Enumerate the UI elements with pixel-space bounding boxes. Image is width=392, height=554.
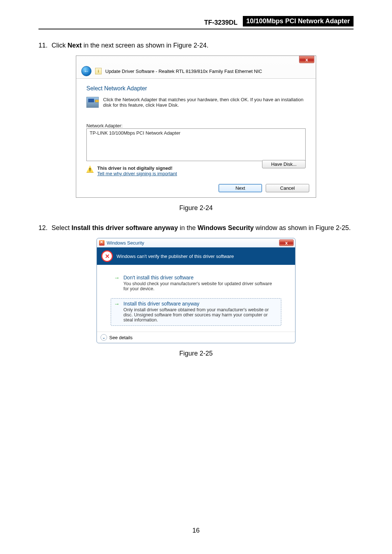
- arrow-right-icon: →: [114, 301, 120, 307]
- choice-dont-install[interactable]: → Don't install this driver software You…: [111, 272, 281, 295]
- driver-signing-link[interactable]: Tell me why driver signing is important: [97, 171, 177, 176]
- update-driver-dialog: x ← i Update Driver Software - Realtek R…: [76, 56, 316, 198]
- choices: → Don't install this driver software You…: [97, 265, 295, 332]
- back-button[interactable]: ←: [81, 66, 91, 76]
- step-number: 12.: [38, 221, 52, 234]
- close-button[interactable]: x: [279, 239, 294, 246]
- step-text: Click Next in the next screen as shown i…: [52, 39, 354, 52]
- close-icon: x: [305, 57, 308, 62]
- next-button[interactable]: Next: [219, 184, 262, 192]
- choice-subtext: Only install driver software obtained fr…: [123, 307, 278, 323]
- dialog-titlebar: Windows Security x: [97, 238, 295, 247]
- network-adapter-listbox[interactable]: TP-LINK 10/100Mbps PCI Network Adapter: [86, 128, 306, 161]
- choice-title: Don't install this driver software: [123, 275, 278, 280]
- error-circle-icon: ✕: [101, 250, 113, 262]
- dialog-instruction-text: Click the Network Adapter that matches y…: [103, 97, 306, 108]
- figure-caption-1: Figure 2-24: [38, 204, 354, 212]
- close-icon: x: [285, 240, 287, 246]
- have-disk-button[interactable]: Have Disk...: [262, 160, 306, 168]
- step-11: 11. Click Next in the next screen as sho…: [38, 39, 354, 52]
- list-label: Network Adapter:: [86, 123, 306, 128]
- dialog-breadcrumb: ← i Update Driver Software - Realtek RTL…: [76, 65, 316, 78]
- dialog-title: Windows Security: [107, 240, 144, 246]
- figure-caption-2: Figure 2-25: [38, 350, 354, 357]
- close-button[interactable]: x: [299, 56, 314, 63]
- page-number: 16: [0, 527, 392, 534]
- dialog-title: Update Driver Software - Realtek RTL 813…: [105, 69, 262, 74]
- step-number: 11.: [38, 39, 52, 52]
- dialog-footer: Next Cancel: [219, 184, 309, 192]
- dialog-heading: Select Network Adapter: [86, 85, 306, 92]
- network-adapter-icon: [86, 97, 99, 108]
- choice-title: Install this driver software anyway: [123, 301, 278, 307]
- dialog-titlebar: x: [76, 56, 316, 65]
- page-header: TF-3239DL 10/100Mbps PCI Network Adapter: [38, 16, 354, 29]
- dialog-body: Select Network Adapter Click the Network…: [76, 78, 316, 197]
- not-signed-text: This driver is not digitally signed!: [97, 165, 172, 171]
- list-item[interactable]: TP-LINK 10/100Mbps PCI Network Adapter: [87, 129, 305, 137]
- see-details-link[interactable]: See details: [109, 335, 132, 340]
- step-text: Select Install this driver software anyw…: [52, 221, 354, 234]
- windows-security-dialog: Windows Security x ✕ Windows can't verif…: [97, 238, 295, 343]
- security-shield-icon: [99, 240, 105, 246]
- alert-banner: ✕ Windows can't verify the publisher of …: [97, 247, 295, 265]
- warning-icon: !: [86, 165, 94, 173]
- choice-subtext: You should check your manufacturer's web…: [123, 281, 278, 291]
- arrow-right-icon: →: [114, 275, 120, 281]
- header-model: TF-3239DL: [204, 19, 238, 26]
- cancel-button[interactable]: Cancel: [266, 184, 309, 192]
- alert-text: Windows can't verify the publisher of th…: [117, 254, 234, 259]
- header-product-badge: 10/100Mbps PCI Network Adapter: [243, 16, 354, 26]
- dialog-footer: ⌄ See details: [97, 332, 295, 343]
- step-12: 12. Select Install this driver software …: [38, 221, 354, 234]
- back-arrow-icon: ←: [83, 68, 89, 74]
- dialog-instruction-row: Click the Network Adapter that matches y…: [86, 97, 306, 108]
- choice-install-anyway[interactable]: → Install this driver software anyway On…: [111, 298, 281, 326]
- driver-mini-icon: i: [95, 68, 102, 74]
- chevron-down-icon[interactable]: ⌄: [101, 334, 107, 341]
